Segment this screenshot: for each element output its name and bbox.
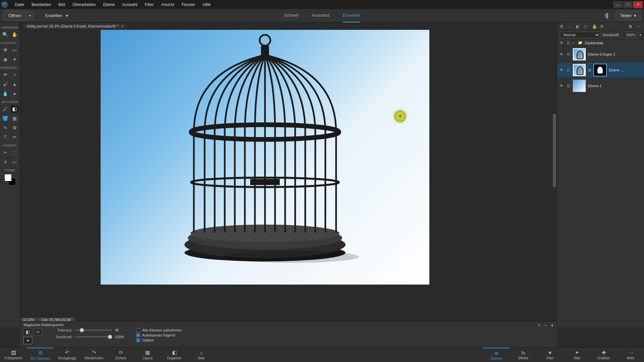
menu-enhance[interactable]: Überarbeiten: [69, 1, 99, 8]
open-button[interactable]: Öffnen: [3, 11, 26, 20]
eraser-variant-background[interactable]: ✂: [34, 328, 42, 336]
shape-tool[interactable]: ✿: [11, 124, 19, 132]
tolerance-slider[interactable]: [75, 329, 112, 331]
link-icon[interactable]: ⛓: [566, 68, 571, 72]
menu-layer[interactable]: Ebene: [100, 1, 118, 8]
menu-edit[interactable]: Bearbeiten: [28, 1, 54, 8]
task-layout[interactable]: ▦ Layout: [134, 348, 161, 362]
sponge-tool[interactable]: ●: [11, 89, 19, 98]
marquee-tool[interactable]: ▭: [11, 46, 19, 54]
checkbox-icon[interactable]: [136, 328, 140, 332]
blur-tool[interactable]: 💧: [1, 89, 9, 98]
spot-heal-tool[interactable]: ✧: [11, 71, 19, 79]
link-icon[interactable]: ⛓: [566, 52, 571, 56]
eye-tool[interactable]: 👁: [1, 71, 9, 79]
task-organizer[interactable]: ◧ Organizer: [161, 348, 188, 362]
visibility-toggle-icon[interactable]: 👁: [559, 52, 564, 57]
opacity-slider[interactable]: [75, 336, 112, 338]
task-rotate[interactable]: ⟳ Drehen: [107, 348, 134, 362]
crop-tool[interactable]: ✂: [1, 148, 9, 157]
pencil-tool[interactable]: ✏: [11, 133, 19, 141]
canvas[interactable]: [101, 30, 429, 285]
checkbox-icon[interactable]: ✓: [136, 338, 140, 342]
menu-view[interactable]: Ansicht: [158, 1, 177, 8]
layer-thumbnail[interactable]: [573, 48, 586, 61]
chevron-right-icon[interactable]: ▸: [573, 41, 576, 45]
layer-name[interactable]: Ebene 0 Kopie 2: [588, 52, 642, 56]
close-tab-icon[interactable]: ✕: [121, 24, 124, 28]
mode-guided[interactable]: Assistent: [312, 9, 329, 22]
fill-tool[interactable]: 🪣: [1, 114, 9, 122]
task-redo[interactable]: ↷ Wiederholen: [80, 348, 107, 362]
mask-link-icon[interactable]: ⛓: [588, 68, 591, 72]
opacity-input[interactable]: [622, 32, 637, 38]
color-swatches[interactable]: [4, 174, 16, 185]
task-effects[interactable]: fx Effekte: [510, 348, 537, 362]
wand-tool[interactable]: ✦: [11, 55, 19, 63]
task-photobin[interactable]: 🖼 Fotobereich: [0, 348, 27, 362]
task-undo[interactable]: ↶ Rückgängig: [54, 348, 80, 362]
eraser-tool[interactable]: ◧: [11, 105, 19, 113]
gradient-tool[interactable]: ▦: [11, 114, 19, 122]
mask-icon[interactable]: ◻: [584, 24, 589, 29]
visibility-toggle-icon[interactable]: 👁: [559, 41, 564, 45]
layer-name[interactable]: Zauberstab: [585, 41, 642, 45]
task-more[interactable]: ⋯ Mehr: [617, 348, 644, 362]
new-layer-icon[interactable]: 🗎: [560, 24, 565, 29]
close-button[interactable]: ✕: [633, 1, 643, 8]
straighten-tool[interactable]: ▭: [11, 158, 19, 166]
layer-name[interactable]: Ebene ...: [609, 68, 642, 72]
menu-file[interactable]: Datei: [11, 1, 28, 8]
mode-quick[interactable]: Schnell: [284, 9, 299, 22]
share-button[interactable]: Teilen ▾: [616, 11, 641, 20]
zoom-tool[interactable]: 🔍: [1, 31, 9, 39]
canvas-viewport[interactable]: +: [20, 30, 557, 318]
panel-menu-icon[interactable]: ⋯: [637, 24, 641, 29]
blend-mode-select[interactable]: Normal: [560, 32, 600, 38]
open-dropdown[interactable]: ▾: [26, 11, 34, 20]
document-tab[interactable]: Käfig.psd bei 33,3% (Ebene 0 Kopie, Eben…: [23, 23, 127, 29]
foreground-color-swatch[interactable]: [4, 174, 12, 181]
lasso-tool[interactable]: ◉: [1, 55, 9, 63]
task-filter[interactable]: ▼ Filter: [537, 348, 564, 362]
eraser-variant-standard[interactable]: ◧: [23, 328, 32, 336]
theme-toggle-icon[interactable]: [605, 13, 611, 19]
help-icon[interactable]: ?: [538, 323, 540, 328]
mode-expert[interactable]: Erweitert: [343, 9, 360, 22]
new-group-icon[interactable]: ▭: [568, 24, 573, 29]
task-graphics[interactable]: ✚ Grafiken: [590, 348, 617, 362]
content-move-tool[interactable]: ⤭: [1, 158, 9, 166]
layer-thumbnail[interactable]: [573, 79, 586, 92]
fx-icon[interactable]: ⚙: [600, 24, 605, 29]
check-antialias[interactable]: ✓ Glätten: [136, 338, 181, 342]
opacity-dropdown-icon[interactable]: ▾: [640, 33, 641, 37]
layer-row[interactable]: 👁 ⛓ Ebene 0 Kopie 2: [557, 47, 644, 62]
layer-row[interactable]: 👁 ⛓ Ebene 1: [557, 78, 644, 94]
recompose-tool[interactable]: ⬚: [11, 148, 19, 157]
eraser-variant-magic[interactable]: ✦: [23, 337, 32, 344]
eyedropper-tool[interactable]: ✎: [1, 124, 9, 132]
layer-thumbnail[interactable]: [573, 64, 586, 76]
menu-image[interactable]: Bild: [55, 1, 68, 8]
menu-window[interactable]: Fenster: [178, 1, 199, 8]
move-tool[interactable]: ✥: [1, 46, 9, 54]
minimize-button[interactable]: —: [613, 1, 623, 8]
layer-mask-thumbnail[interactable]: [593, 64, 607, 76]
smart-brush-tool[interactable]: 🖌: [1, 80, 9, 88]
visibility-toggle-icon[interactable]: 👁: [559, 68, 564, 72]
layer-name[interactable]: Ebene 1: [588, 84, 642, 88]
check-all-layers[interactable]: Alle Ebenen aufnehmen: [136, 328, 181, 332]
link-icon[interactable]: ⛓: [566, 84, 571, 88]
brush-tool[interactable]: 🖊: [1, 105, 9, 113]
task-home[interactable]: ⌂ Start: [188, 348, 215, 362]
menu-select[interactable]: Auswahl: [119, 1, 141, 8]
create-dropdown[interactable]: Erstellen ▾: [41, 11, 73, 20]
vertical-scrollbar[interactable]: [552, 30, 557, 318]
options-menu-icon[interactable]: ⋯: [543, 323, 548, 328]
menu-help[interactable]: Hilfe: [199, 1, 214, 8]
layer-group-row[interactable]: 👁 ⛓ ▸ 📁 Zauberstab: [557, 39, 644, 47]
type-tool[interactable]: T: [1, 133, 9, 141]
clone-tool[interactable]: ▲: [11, 80, 19, 88]
checkbox-icon[interactable]: ✓: [136, 333, 140, 337]
lock-icon[interactable]: 🔒: [592, 24, 597, 29]
